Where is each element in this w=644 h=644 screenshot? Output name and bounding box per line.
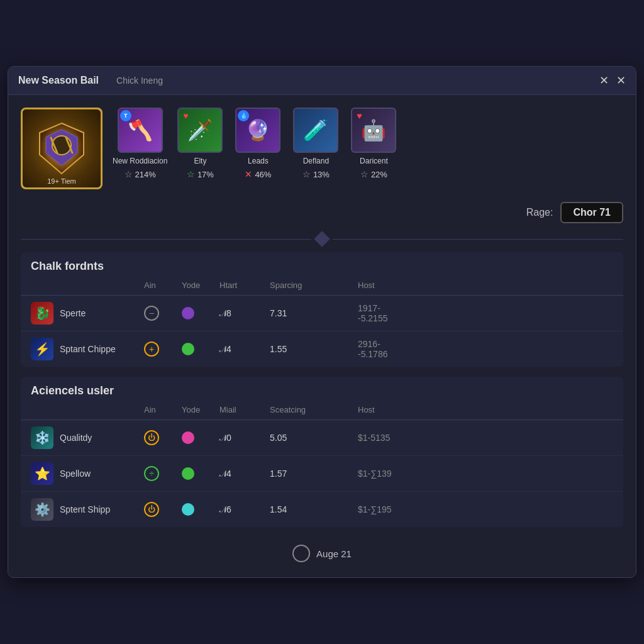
item-stat-2: ✕ 46%: [245, 169, 271, 179]
chalk-col-name: [31, 280, 144, 290]
chalk-rank-0: 𝒩8: [219, 308, 270, 319]
acien-miail-2: 1.54: [270, 504, 358, 514]
chalk-ain-1: +: [144, 341, 182, 357]
chalk-yode-0: [182, 307, 219, 319]
acien-yode-2: [182, 503, 219, 516]
acien-label-0: Qualitdy: [60, 433, 92, 443]
hero-section: 19+ Tiem 🪓 T New Roddiacion ☆ 214%: [21, 108, 623, 189]
acien-sceatcing-1: $1-∑139: [358, 469, 396, 479]
chalk-icon-1: ⚡: [31, 338, 53, 360]
chalk-name-0: 🐉 Sperte: [31, 302, 144, 325]
acien-icon-0: ❄️: [31, 426, 53, 449]
item-icon-2[interactable]: 🔮 💧: [235, 108, 280, 153]
minimize-button[interactable]: ✕: [599, 74, 609, 87]
chalk-title: Chalk fordnts: [31, 260, 104, 272]
subtitle-tab[interactable]: Chick Ineng: [109, 73, 170, 88]
chalk-icon-0: 🐉: [31, 302, 53, 325]
item-badge-0: T: [120, 110, 131, 121]
chalk-htart-1: 1.55: [270, 344, 358, 354]
chalk-ain-0: −: [144, 306, 182, 321]
acien-ain-0: ⏻: [144, 430, 182, 445]
chalk-col-host: Host: [358, 280, 396, 290]
chalk-col-ain: Ain: [144, 280, 182, 290]
item-stat-val-2: 46%: [255, 170, 271, 179]
item-stat-icon-4: ☆: [360, 169, 369, 179]
item-name-1: Elty: [194, 157, 206, 165]
acien-title: Aciencels usler: [31, 384, 114, 397]
item-name-2: Leads: [248, 157, 269, 165]
acien-row-2[interactable]: ⚙️ Sptent Shipp ⏻ 𝒩6 1.54 $1-∑195: [21, 492, 623, 527]
close-button[interactable]: ✕: [616, 74, 626, 87]
chalk-yode-dot-1: [182, 343, 194, 355]
item-emoji-3: 🧪: [303, 118, 328, 142]
window-title: New Season Bail: [18, 75, 99, 86]
item-stat-val-3: 13%: [313, 170, 330, 179]
item-icon-0[interactable]: 🪓 T: [118, 108, 163, 153]
item-stat-0: ☆ 214%: [125, 169, 156, 179]
acien-ain-2: ⏻: [144, 502, 182, 517]
divider: [21, 233, 623, 245]
acien-yode-dot-1: [182, 467, 194, 480]
item-icon-1[interactable]: 🗡️ ♥: [177, 108, 223, 153]
acien-table: Aciencels usler Ain Yode Miail Sceatcing…: [21, 377, 623, 527]
hero-avatar: 19+ Tiem: [21, 108, 103, 189]
acien-name-0: ❄️ Qualitdy: [31, 426, 144, 449]
chalk-htart-0: 7.31: [270, 308, 358, 318]
acien-header: Ain Yode Miail Sceatcing Host: [21, 400, 623, 420]
footer: Auge 21: [21, 537, 623, 565]
item-emoji-1: 🗡️: [187, 118, 213, 142]
acien-rank-2: 𝒩6: [219, 504, 270, 515]
chalk-row-1[interactable]: ⚡ Sptant Chippe + 𝒩4 1.55 2916--5.1786: [21, 331, 623, 367]
acien-miail-1: 1.57: [270, 469, 358, 479]
footer-circle: [292, 545, 310, 562]
acien-miail-0: 5.05: [270, 433, 358, 443]
acien-col-miail: Miail: [219, 405, 270, 414]
shield-svg: [33, 120, 90, 177]
item-card-2: 🔮 💧 Leads ✕ 46%: [233, 108, 283, 179]
acien-ain-1: ÷: [144, 466, 182, 481]
item-icon-4[interactable]: 🤖 ♥: [351, 108, 396, 153]
item-stat-val-4: 22%: [371, 170, 387, 179]
acien-label-2: Sptent Shipp: [60, 504, 110, 514]
avatar-inner: [23, 109, 101, 187]
divider-line-right: [333, 239, 623, 240]
chalk-ain-icon-1: +: [144, 341, 159, 357]
acien-yode-1: [182, 467, 219, 480]
acien-sceatcing-2: $1-∑195: [358, 504, 396, 514]
chalk-col-sparcing: Sparcing: [270, 280, 358, 290]
item-stat-icon-3: ☆: [303, 169, 311, 179]
item-stat-val-1: 17%: [197, 170, 214, 179]
item-name-0: New Roddiacion: [113, 157, 167, 165]
acien-icon-1: ⭐: [31, 462, 53, 485]
chalk-label-1: Sptant Chippe: [60, 344, 116, 354]
chalk-label-0: Sperte: [60, 308, 86, 318]
item-stat-3: ☆ 13%: [303, 169, 330, 179]
item-stat-4: ☆ 22%: [360, 169, 387, 179]
acien-yode-dot-2: [182, 503, 194, 516]
chalk-table: Chalk fordnts Ain Yode Htart Sparcing Ho…: [21, 252, 623, 367]
chalk-yode-dot-0: [182, 307, 194, 319]
acien-section-header: Aciencels usler: [21, 377, 623, 400]
acien-label-1: Spellow: [60, 469, 91, 479]
main-window: New Season Bail Chick Ineng ✕ ✕: [8, 66, 636, 578]
acien-col-yode: Yode: [182, 405, 219, 414]
chalk-col-yode: Yode: [182, 280, 219, 290]
acien-col-host: Host: [358, 405, 396, 414]
acien-ain-icon-0: ⏻: [144, 430, 159, 445]
item-name-3: Defland: [303, 157, 329, 165]
rage-section: Rage: Chor 71: [21, 202, 623, 223]
acien-name-1: ⭐ Spellow: [31, 462, 144, 485]
acien-col-name: [31, 405, 144, 414]
item-card-3: 🧪 Defland ☆ 13%: [291, 108, 341, 179]
item-stat-icon-1: ☆: [187, 169, 195, 179]
item-stat-1: ☆ 17%: [187, 169, 214, 179]
acien-col-ain: Ain: [144, 405, 182, 414]
item-card-0: 🪓 T New Roddiacion ☆ 214%: [113, 108, 167, 179]
footer-text: Auge 21: [316, 548, 352, 559]
item-card-1: 🗡️ ♥ Elty ☆ 17%: [175, 108, 225, 179]
divider-line-left: [21, 239, 311, 240]
item-icon-3[interactable]: 🧪: [293, 108, 338, 153]
chalk-row-0[interactable]: 🐉 Sperte − 𝒩8 7.31 1917--5.2155: [21, 296, 623, 331]
acien-row-1[interactable]: ⭐ Spellow ÷ 𝒩4 1.57 $1-∑139: [21, 456, 623, 492]
acien-row-0[interactable]: ❄️ Qualitdy ⏻ 𝒩0 5.05 $1-5135: [21, 420, 623, 456]
